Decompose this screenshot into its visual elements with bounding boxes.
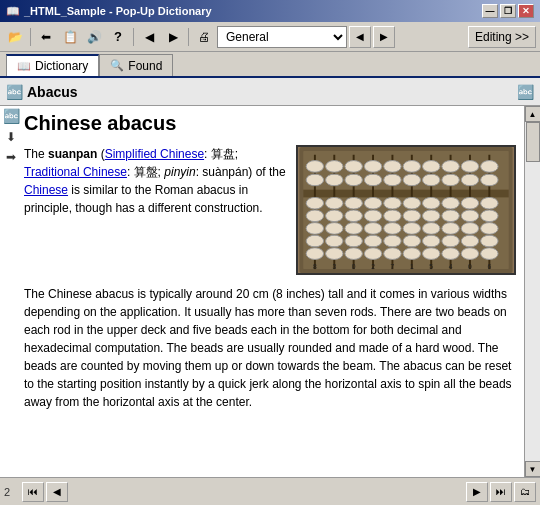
svg-point-30 bbox=[461, 174, 478, 186]
tab-found[interactable]: 🔍 Found bbox=[99, 54, 173, 76]
svg-point-65 bbox=[422, 223, 439, 235]
svg-point-51 bbox=[364, 235, 381, 247]
svg-point-62 bbox=[403, 248, 420, 260]
simplified-chinese-link[interactable]: Simplified Chinese bbox=[105, 147, 204, 161]
open-button[interactable]: 📂 bbox=[4, 26, 26, 48]
az-icon[interactable]: 🔤 bbox=[3, 108, 20, 124]
article-paragraph: The Chinese abacus is typically around 2… bbox=[24, 285, 516, 411]
bottom-navigation: 2 ⏮ ◀ ▶ ⏭ 🗂 bbox=[0, 477, 540, 505]
svg-point-17 bbox=[345, 161, 362, 173]
svg-point-44 bbox=[345, 210, 362, 222]
svg-point-54 bbox=[384, 210, 401, 222]
svg-point-46 bbox=[345, 235, 362, 247]
svg-point-80 bbox=[481, 223, 498, 235]
svg-text:4: 4 bbox=[449, 263, 453, 270]
svg-point-22 bbox=[384, 174, 401, 186]
svg-point-69 bbox=[442, 210, 459, 222]
text-colon2: : 算盤; pinyin: suànpán) of the bbox=[127, 165, 286, 179]
svg-text:5: 5 bbox=[429, 263, 433, 270]
svg-point-18 bbox=[345, 174, 362, 186]
select-next-button[interactable]: ▶ bbox=[373, 26, 395, 48]
svg-text:7: 7 bbox=[391, 263, 395, 270]
svg-point-48 bbox=[364, 197, 381, 209]
next-page-button[interactable]: ▶ bbox=[466, 482, 488, 502]
svg-point-24 bbox=[403, 174, 420, 186]
svg-point-59 bbox=[403, 210, 420, 222]
dictionary-select[interactable]: General Advanced Technical bbox=[217, 26, 347, 48]
svg-point-52 bbox=[364, 248, 381, 260]
svg-point-41 bbox=[326, 235, 343, 247]
svg-point-55 bbox=[384, 223, 401, 235]
scroll-track[interactable] bbox=[525, 122, 540, 461]
svg-point-15 bbox=[326, 161, 343, 173]
action-button[interactable]: 🗂 bbox=[514, 482, 536, 502]
toolbar-separator-1 bbox=[30, 28, 31, 46]
svg-text:8: 8 bbox=[313, 263, 317, 270]
svg-point-75 bbox=[461, 223, 478, 235]
arrow-down-icon[interactable]: ⬇ bbox=[6, 130, 16, 144]
text-colon1: : 算盘; bbox=[204, 147, 238, 161]
svg-point-78 bbox=[481, 197, 498, 209]
last-page-button[interactable]: ⏭ bbox=[490, 482, 512, 502]
page-number: 2 bbox=[4, 486, 20, 498]
svg-point-42 bbox=[326, 248, 343, 260]
svg-text:6: 6 bbox=[487, 263, 491, 270]
title-bar: 📖 _HTML_Sample - Pop-Up Dictionary — ❐ ✕ bbox=[0, 0, 540, 22]
svg-point-61 bbox=[403, 235, 420, 247]
select-arrow-button[interactable]: ◀ bbox=[349, 26, 371, 48]
arrow-right-icon[interactable]: ➡ bbox=[6, 150, 16, 164]
svg-point-43 bbox=[345, 197, 362, 209]
traditional-chinese-link[interactable]: Traditional Chinese bbox=[24, 165, 127, 179]
svg-point-50 bbox=[364, 223, 381, 235]
editing-button[interactable]: Editing >> bbox=[468, 26, 536, 48]
svg-point-70 bbox=[442, 223, 459, 235]
svg-point-34 bbox=[306, 210, 323, 222]
svg-point-76 bbox=[461, 235, 478, 247]
svg-point-60 bbox=[403, 223, 420, 235]
copy-button[interactable]: 📋 bbox=[59, 26, 81, 48]
toolbar-separator-3 bbox=[188, 28, 189, 46]
forward-button[interactable]: ▶ bbox=[162, 26, 184, 48]
svg-point-31 bbox=[481, 161, 498, 173]
prev-page-button[interactable]: ◀ bbox=[46, 482, 68, 502]
svg-point-45 bbox=[345, 223, 362, 235]
found-tab-icon: 🔍 bbox=[110, 59, 124, 72]
print-button[interactable]: 🖨 bbox=[193, 26, 215, 48]
tab-dictionary[interactable]: 📖 Dictionary bbox=[6, 54, 99, 76]
back-button[interactable]: ◀ bbox=[138, 26, 160, 48]
sort-az-icon[interactable]: 🔤 bbox=[6, 84, 23, 100]
back-history-button[interactable]: ⬅ bbox=[35, 26, 57, 48]
speaker-button[interactable]: 🔊 bbox=[83, 26, 105, 48]
help-button[interactable]: ? bbox=[107, 26, 129, 48]
svg-point-81 bbox=[481, 235, 498, 247]
svg-point-68 bbox=[442, 197, 459, 209]
svg-text:3: 3 bbox=[332, 263, 336, 270]
svg-point-49 bbox=[364, 210, 381, 222]
scroll-up-button[interactable]: ▲ bbox=[525, 106, 541, 122]
svg-point-28 bbox=[442, 174, 459, 186]
svg-point-14 bbox=[306, 174, 323, 186]
content-area: 🔤 ⬇ ➡ Chinese abacus The suanpan (Simpli… bbox=[0, 106, 540, 477]
scroll-thumb[interactable] bbox=[526, 122, 540, 162]
svg-point-21 bbox=[384, 161, 401, 173]
first-page-button[interactable]: ⏮ bbox=[22, 482, 44, 502]
svg-point-26 bbox=[422, 174, 439, 186]
article-content[interactable]: Chinese abacus The suanpan (Simplified C… bbox=[22, 106, 524, 477]
svg-point-77 bbox=[461, 248, 478, 260]
svg-text:2: 2 bbox=[371, 263, 375, 270]
svg-point-74 bbox=[461, 210, 478, 222]
svg-point-71 bbox=[442, 235, 459, 247]
chinese-link[interactable]: Chinese bbox=[24, 183, 68, 197]
scroll-down-button[interactable]: ▼ bbox=[525, 461, 541, 477]
svg-point-20 bbox=[364, 174, 381, 186]
svg-point-40 bbox=[326, 223, 343, 235]
sort-icon-right[interactable]: 🔤 bbox=[517, 84, 534, 100]
svg-point-23 bbox=[403, 161, 420, 173]
restore-button[interactable]: ❐ bbox=[500, 4, 516, 18]
minimize-button[interactable]: — bbox=[482, 4, 498, 18]
article-intro-text: The suanpan (Simplified Chinese: 算盘; Tra… bbox=[24, 145, 286, 275]
close-button[interactable]: ✕ bbox=[518, 4, 534, 18]
svg-point-64 bbox=[422, 210, 439, 222]
svg-text:1: 1 bbox=[410, 263, 414, 270]
svg-point-33 bbox=[306, 197, 323, 209]
